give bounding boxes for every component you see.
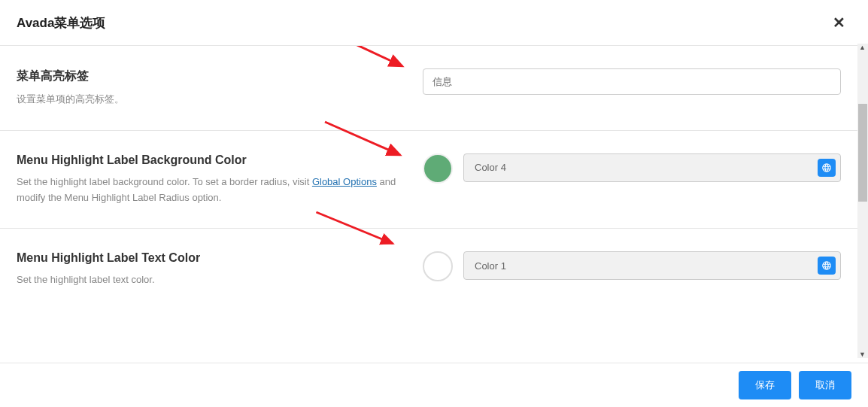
color-swatch[interactable] [423,251,453,281]
setting-info: 菜单高亮标签 设置菜单项的高亮标签。 [17,68,423,108]
color-select-label: Color 4 [475,162,818,173]
dialog-footer: 保存 取消 [0,363,868,407]
scroll-up-icon[interactable]: ▲ [859,44,866,51]
color-select-label: Color 1 [475,260,818,272]
setting-control [423,68,841,108]
scrollbar-thumb[interactable] [858,104,867,202]
save-button[interactable]: 保存 [739,371,791,399]
close-icon[interactable]: ✕ [827,11,851,35]
settings-content: 菜单高亮标签 设置菜单项的高亮标签。 Menu Highlight Label … [0,46,857,362]
scroll-down-icon[interactable]: ▼ [859,351,866,358]
setting-title: Menu Highlight Label Background Color [17,153,423,167]
scrollbar-track[interactable]: ▲ ▼ [857,44,868,358]
setting-row-highlight-label: 菜单高亮标签 设置菜单项的高亮标签。 [0,46,857,131]
cancel-button[interactable]: 取消 [799,371,851,399]
color-select-bg[interactable]: Color 4 [463,153,841,182]
setting-desc: 设置菜单项的高亮标签。 [17,92,423,108]
dialog-title: Avada菜单选项 [17,14,105,32]
color-select-text[interactable]: Color 1 [463,251,841,280]
desc-text-pre: Set the highlight label background color… [17,176,312,187]
globe-icon [821,260,832,271]
global-options-link[interactable]: Global Options [312,176,377,187]
globe-icon [821,162,832,173]
setting-title: 菜单高亮标签 [17,68,423,84]
setting-title: Menu Highlight Label Text Color [17,251,423,265]
setting-control: Color 1 [423,251,841,288]
svg-line-0 [335,46,402,66]
color-swatch[interactable] [423,153,453,184]
dialog-header: Avada菜单选项 ✕ [0,0,868,46]
setting-info: Menu Highlight Label Background Color Se… [17,153,423,206]
setting-control: Color 4 [423,153,841,206]
globe-button[interactable] [818,159,836,177]
setting-row-text-color: Menu Highlight Label Text Color Set the … [0,229,857,311]
globe-button[interactable] [818,257,836,275]
setting-desc: Set the highlight label background color… [17,175,423,206]
setting-desc: Set the highlight label text color. [17,272,423,288]
setting-row-bg-color: Menu Highlight Label Background Color Se… [0,131,857,229]
setting-info: Menu Highlight Label Text Color Set the … [17,251,423,288]
highlight-label-input[interactable] [423,68,841,95]
